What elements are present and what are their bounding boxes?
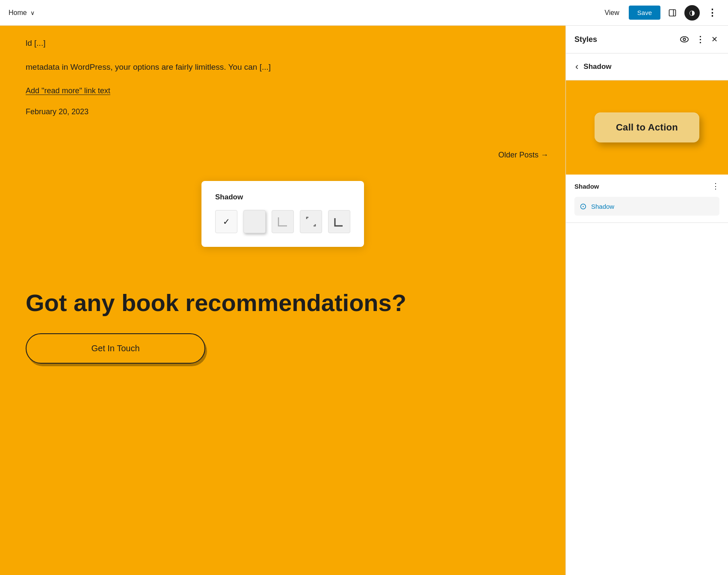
shadow-section-more-button[interactable]: ⋮ bbox=[712, 181, 719, 191]
shadow-section-more-icon: ⋮ bbox=[712, 182, 719, 190]
partial-text: ld [...] bbox=[0, 26, 565, 48]
eye-icon bbox=[680, 35, 689, 44]
post-date: February 20, 2023 bbox=[26, 107, 540, 116]
main-layout: ld [...] metadata in WordPress, your opt… bbox=[0, 26, 728, 575]
save-button[interactable]: Save bbox=[629, 6, 660, 20]
sidebar-header-icons: ⋮ ✕ bbox=[678, 33, 719, 46]
shadow-options bbox=[215, 210, 350, 233]
shadow-option-none[interactable] bbox=[215, 210, 237, 233]
sidebar-title: Styles bbox=[574, 35, 597, 44]
shadow-popup-title: Shadow bbox=[215, 193, 350, 202]
sidebar-more-button[interactable]: ⋮ bbox=[694, 33, 706, 46]
top-bar-right: View Save ◑ ⋮ bbox=[600, 5, 719, 21]
get-in-touch-button[interactable]: Get In Touch bbox=[26, 333, 205, 364]
cta-heading: Got any book recommendations? bbox=[26, 290, 540, 316]
main-text: metadata in WordPress, your options are … bbox=[26, 61, 540, 74]
close-icon: ✕ bbox=[711, 35, 718, 44]
large-shadow-icon bbox=[303, 214, 319, 229]
back-icon: ‹ bbox=[575, 61, 578, 72]
shadow-option-xlarge[interactable] bbox=[328, 210, 350, 233]
back-button[interactable]: ‹ bbox=[574, 60, 579, 73]
shadow-popup: Shadow bbox=[201, 181, 364, 247]
shadow-option-small[interactable] bbox=[243, 210, 266, 233]
shadow-section-header: Shadow ⋮ bbox=[574, 181, 719, 191]
more-options-button[interactable]: ⋮ bbox=[705, 5, 719, 21]
top-bar: Home ∨ View Save ◑ ⋮ bbox=[0, 0, 728, 26]
sidebar-toggle-button[interactable] bbox=[666, 6, 679, 20]
older-posts-link[interactable]: Older Posts → bbox=[498, 151, 548, 160]
eye-button[interactable] bbox=[678, 33, 691, 46]
cta-section: Got any book recommendations? Get In Tou… bbox=[0, 273, 565, 389]
shadow-option-medium[interactable] bbox=[272, 210, 294, 233]
older-posts-container: Older Posts → bbox=[0, 151, 565, 160]
sidebar: Styles ⋮ ✕ ‹ Shadow bbox=[565, 26, 728, 575]
close-sidebar-button[interactable]: ✕ bbox=[710, 33, 719, 46]
read-more-link[interactable]: Add "read more" link text bbox=[26, 86, 110, 95]
shadow-sun-icon: ⊙ bbox=[580, 201, 587, 211]
more-icon: ⋮ bbox=[707, 7, 717, 18]
canvas-top: metadata in WordPress, your options are … bbox=[0, 48, 565, 151]
sidebar-more-icon: ⋮ bbox=[696, 34, 704, 44]
view-button[interactable]: View bbox=[600, 6, 623, 19]
xlarge-shadow-icon bbox=[331, 214, 347, 229]
chevron-down-icon: ∨ bbox=[30, 9, 35, 16]
shadow-nav: ‹ Shadow bbox=[566, 53, 728, 80]
svg-rect-0 bbox=[669, 9, 676, 16]
top-bar-left: Home ∨ bbox=[9, 9, 35, 17]
dark-mode-button[interactable]: ◑ bbox=[684, 5, 700, 21]
svg-point-2 bbox=[681, 37, 688, 42]
sidebar-icon bbox=[668, 9, 677, 17]
shadow-option-large[interactable] bbox=[300, 210, 322, 233]
shadow-section-title: Shadow bbox=[574, 183, 599, 190]
medium-shadow-icon bbox=[275, 214, 290, 229]
canvas-area: ld [...] metadata in WordPress, your opt… bbox=[0, 26, 565, 575]
shadow-row-label: Shadow bbox=[591, 203, 614, 210]
halfcircle-icon: ◑ bbox=[689, 9, 695, 17]
shadow-nav-title: Shadow bbox=[583, 62, 611, 71]
shadow-settings-section: Shadow ⋮ ⊙ Shadow bbox=[566, 175, 728, 223]
home-nav-label: Home bbox=[9, 9, 27, 17]
shadow-row[interactable]: ⊙ Shadow bbox=[574, 197, 719, 216]
partial-text-start: ld [...] bbox=[26, 39, 45, 47]
preview-area: Call to Action bbox=[566, 80, 728, 175]
sidebar-header: Styles ⋮ ✕ bbox=[566, 26, 728, 53]
preview-button[interactable]: Call to Action bbox=[595, 113, 699, 142]
svg-point-3 bbox=[683, 38, 686, 41]
